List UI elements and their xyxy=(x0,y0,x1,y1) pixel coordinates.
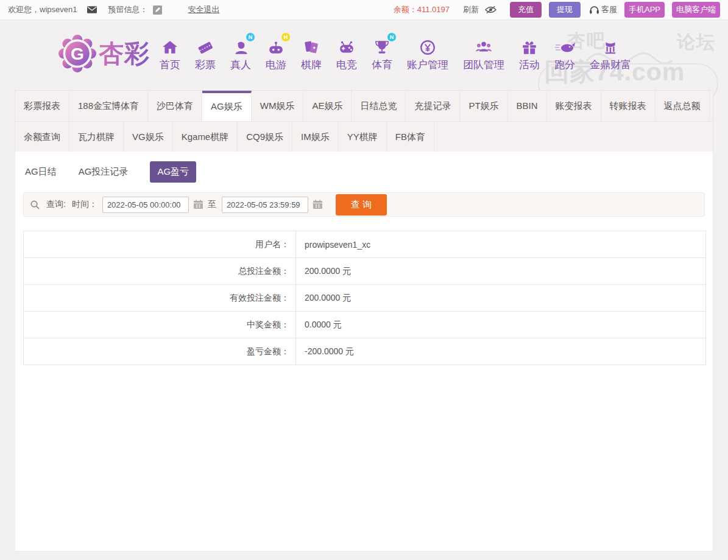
tab-瓦力棋牌[interactable]: 瓦力棋牌 xyxy=(69,122,124,152)
date-from-input[interactable] xyxy=(102,197,189,213)
tab-BBIN[interactable]: BBIN xyxy=(508,91,547,121)
table-row: 总投注金额：200.0000 元 xyxy=(24,258,706,285)
nav-item-esports[interactable]: 电竞 xyxy=(336,36,357,72)
table-row: 盈亏金额：-200.0000 元 xyxy=(24,338,706,365)
nav-item-trophy[interactable]: N体育 xyxy=(372,36,392,72)
eye-off-icon[interactable] xyxy=(485,5,497,14)
row-label: 总投注金额： xyxy=(24,258,296,285)
tab-CQ9娱乐[interactable]: CQ9娱乐 xyxy=(238,122,292,152)
report-tabs: 彩票报表188金宝博体育沙巴体育AG娱乐WM娱乐AE娱乐日结总览充提记录PT娱乐… xyxy=(15,90,713,152)
person-icon: N xyxy=(232,36,249,56)
headphones-icon xyxy=(589,5,599,14)
mail-icon[interactable] xyxy=(87,6,97,13)
nav-item-home[interactable]: 首页 xyxy=(160,36,180,72)
gift-icon xyxy=(521,36,538,56)
row-value: 200.0000 元 xyxy=(296,258,706,285)
nav-label: 活动 xyxy=(519,58,540,72)
nav-item-coin[interactable]: 账户管理 xyxy=(407,36,448,72)
table-row: 中奖金额：0.0000 元 xyxy=(24,312,706,338)
tab-Kgame棋牌[interactable]: Kgame棋牌 xyxy=(173,122,238,152)
nav-item-treasure[interactable]: 金鼎财富 xyxy=(590,36,631,72)
mobile-app-button[interactable]: 手机APP xyxy=(624,2,665,18)
tab-彩票报表[interactable]: 彩票报表 xyxy=(15,91,69,121)
tab-row-1: 彩票报表188金宝博体育沙巴体育AG娱乐WM娱乐AE娱乐日结总览充提记录PT娱乐… xyxy=(15,91,713,121)
site-header: 杏吧 论坛 回家74.com G 杏彩 首页彩票N真人H电游棋牌电竞N体育账户管… xyxy=(0,20,728,90)
subtabs: AG日结AG投注记录AG盈亏 xyxy=(15,152,713,183)
query-submit-button[interactable]: 查 询 xyxy=(336,194,387,215)
reserved-info-label: 预留信息： xyxy=(108,4,147,15)
nav-item-ticket[interactable]: 彩票 xyxy=(195,36,216,72)
site-logo[interactable]: G 杏彩 xyxy=(58,35,150,72)
row-value: prowipseven1_xc xyxy=(296,231,706,258)
content-panel: AG日结AG投注记录AG盈亏 查询: 时间： 至 查 询 用户名：prowips… xyxy=(15,152,713,551)
row-value: 200.0000 元 xyxy=(296,285,706,312)
subtab-AG投注记录[interactable]: AG投注记录 xyxy=(79,162,129,182)
runner-icon xyxy=(554,36,575,56)
time-label: 时间： xyxy=(72,199,97,210)
recharge-button[interactable]: 充值 xyxy=(510,2,542,18)
edit-icon[interactable] xyxy=(153,5,162,15)
nav-item-person[interactable]: N真人 xyxy=(230,36,251,72)
date-to-input[interactable] xyxy=(222,197,308,213)
nav-item-team[interactable]: 团队管理 xyxy=(463,36,504,72)
nav-item-cards[interactable]: 棋牌 xyxy=(301,36,322,72)
main-nav: 首页彩票N真人H电游棋牌电竞N体育账户管理团队管理活动跑分金鼎财富 xyxy=(160,36,646,72)
row-label: 有效投注金额： xyxy=(24,285,296,312)
calendar-icon-from[interactable] xyxy=(193,200,203,209)
watermark-text-2: 论坛 xyxy=(677,30,716,55)
row-label: 盈亏金额： xyxy=(24,338,296,365)
nav-label: 首页 xyxy=(160,58,180,72)
subtab-AG盈亏[interactable]: AG盈亏 xyxy=(150,161,196,183)
nav-item-runner[interactable]: 跑分 xyxy=(554,36,575,72)
nav-label: 账户管理 xyxy=(407,58,448,72)
nav-item-gift[interactable]: 活动 xyxy=(519,36,540,72)
nav-label: 体育 xyxy=(372,58,392,72)
brand-name: 杏彩 xyxy=(99,37,150,71)
tab-账变报表[interactable]: 账变报表 xyxy=(547,91,601,121)
tab-AE娱乐[interactable]: AE娱乐 xyxy=(303,91,352,121)
pc-client-button[interactable]: 电脑客户端 xyxy=(672,2,720,18)
tab-充提记录[interactable]: 充提记录 xyxy=(406,91,460,121)
nav-label: 电竞 xyxy=(336,58,357,72)
tab-WM娱乐[interactable]: WM娱乐 xyxy=(252,91,304,121)
query-label: 查询: xyxy=(46,199,66,210)
withdraw-button[interactable]: 提现 xyxy=(549,2,581,18)
ticket-icon xyxy=(197,36,214,56)
subtab-AG日结[interactable]: AG日结 xyxy=(25,162,57,182)
balance-text: 余额：411.0197 xyxy=(394,4,450,15)
nav-item-gamepad[interactable]: H电游 xyxy=(266,36,286,72)
tab-FB体育[interactable]: FB体育 xyxy=(387,122,434,152)
nav-badge: H xyxy=(281,33,290,41)
result-table: 用户名：prowipseven1_xc总投注金额：200.0000 元有效投注金… xyxy=(23,231,706,365)
tab-余额查询[interactable]: 余额查询 xyxy=(15,122,69,152)
tab-沙巴体育[interactable]: 沙巴体育 xyxy=(148,91,202,121)
nav-label: 跑分 xyxy=(554,58,575,72)
tab-188金宝博体育[interactable]: 188金宝博体育 xyxy=(69,91,148,121)
nav-label: 彩票 xyxy=(195,58,216,72)
tab-YY棋牌[interactable]: YY棋牌 xyxy=(339,122,387,152)
customer-service[interactable]: 客服 xyxy=(589,4,617,15)
coin-icon xyxy=(419,36,436,56)
cards-icon xyxy=(303,36,320,56)
service-label: 客服 xyxy=(601,4,617,15)
search-icon xyxy=(30,200,40,210)
svg-text:G: G xyxy=(71,44,84,63)
nav-label: 金鼎财富 xyxy=(590,58,631,72)
tab-VG娱乐[interactable]: VG娱乐 xyxy=(124,122,173,152)
tab-PT娱乐[interactable]: PT娱乐 xyxy=(460,91,507,121)
calendar-icon-to[interactable] xyxy=(313,200,323,209)
query-bar: 查询: 时间： 至 查 询 xyxy=(23,192,705,217)
tab-AG娱乐[interactable]: AG娱乐 xyxy=(202,91,252,121)
table-row: 有效投注金额：200.0000 元 xyxy=(24,285,706,312)
row-label: 用户名： xyxy=(24,231,296,258)
gamepad-icon: H xyxy=(267,36,284,56)
between-label: 至 xyxy=(208,199,216,210)
tab-日结总览[interactable]: 日结总览 xyxy=(352,91,406,121)
refresh-link[interactable]: 刷新 xyxy=(463,4,479,15)
trophy-icon: N xyxy=(373,36,391,56)
tab-IM娱乐[interactable]: IM娱乐 xyxy=(292,122,339,152)
tab-返点总额[interactable]: 返点总额 xyxy=(656,91,710,121)
team-icon xyxy=(475,36,492,56)
tab-转账报表[interactable]: 转账报表 xyxy=(601,91,656,121)
logout-link[interactable]: 安全退出 xyxy=(188,4,219,15)
